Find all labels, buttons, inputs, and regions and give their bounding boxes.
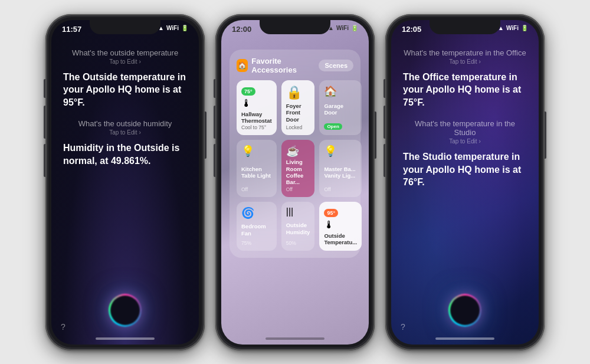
siri-content-1: What's the outside temperature Tap to Ed… [51, 48, 199, 178]
tile-status-master-bath: Off [324, 186, 357, 192]
home-indicator-3[interactable] [435, 337, 494, 340]
siri-tap-2[interactable]: Tap to Edit [63, 129, 187, 136]
light-icon-kitchen: 💡 [241, 145, 272, 158]
tile-name-master-bath: Master Ba... Vanity Lig... [324, 166, 357, 179]
siri-query-3a: What's the temperature in the Office [403, 48, 527, 57]
time-display: 11:57 [62, 25, 81, 34]
notch-2 [260, 20, 330, 34]
tile-name-outside-humidity: Outside Humidity [286, 222, 310, 235]
tile-bedroom-fan[interactable]: 🌀 Bedroom Fan 75% [237, 202, 277, 251]
siri-answer-2: Humidity in the Outside is normal, at 49… [63, 142, 187, 167]
open-badge: Open [324, 123, 342, 130]
siri-query-3b: What's the temperature in the Studio [403, 119, 527, 137]
tile-living-room[interactable]: ☕ Living Room Coffee Bar... Off [281, 140, 315, 197]
vanity-icon: 💡 [324, 145, 357, 158]
tile-outside-temp[interactable]: 95° 🌡 Outside Temperatu... [319, 202, 362, 251]
phone-2-homekit: 12:00 ▲WiFi🔋 🏠 Favorite Accessories Scen… [215, 14, 375, 350]
phone-3-screen: 12:05 ▲WiFi🔋 What's the temperature in t… [391, 20, 539, 345]
status-icons-2: ▲WiFi🔋 [328, 25, 358, 31]
tile-outside-humidity[interactable]: ||| Outside Humidity 50% [281, 202, 315, 251]
phone-1-screen: 11:57 ▲WiFi🔋 What's the outside temperat… [51, 20, 199, 345]
time-display-3: 12:05 [402, 25, 421, 34]
time-display-2: 12:00 [232, 25, 251, 34]
siri-tap-3b[interactable]: Tap to Edit [403, 138, 527, 145]
tile-kitchen-light[interactable]: 💡 Kitchen Table Light Off [237, 140, 277, 197]
notch-3 [430, 20, 500, 34]
phone-3-siri-office: 12:05 ▲WiFi🔋 What's the temperature in t… [385, 14, 545, 350]
fan-icon: 🌀 [241, 206, 272, 219]
tile-status-bedroom-fan: 75% [241, 240, 272, 246]
coffee-icon: ☕ [286, 145, 310, 158]
homekit-grid: 75° 🌡 Hallway Thermostat Cool to 75° 🔒 F… [237, 80, 353, 251]
homekit-header: 🏠 Favorite Accessories Scenes [237, 57, 353, 74]
homekit-icon: 🏠 [237, 59, 248, 72]
siri-tap-1[interactable]: Tap to Edit [63, 58, 187, 65]
tile-status-foyer: Locked [286, 124, 310, 130]
siri-tap-3a[interactable]: Tap to Edit [403, 58, 527, 65]
tile-name-living-room: Living Room Coffee Bar... [286, 159, 310, 186]
siri-orb[interactable] [109, 294, 142, 327]
tile-foyer-door[interactable]: 🔒 Foyer Front Door Locked [281, 80, 315, 136]
siri-answer-3b: The Studio temperature in your Apollo HQ… [403, 150, 527, 189]
siri-content-3: What's the temperature in the Office Tap… [391, 48, 539, 200]
home-indicator-2[interactable] [266, 337, 324, 340]
tile-status-hallway: Cool to 75° [241, 124, 272, 130]
siri-orb-3[interactable] [448, 294, 481, 327]
humidity-icon: ||| [286, 206, 310, 217]
siri-answer-1: The Outside temperature in your Apollo H… [63, 71, 187, 109]
garage-icon: 🏠 [324, 85, 357, 98]
homekit-title: Favorite Accessories [251, 57, 319, 74]
scenes-button[interactable]: Scenes [319, 60, 353, 71]
tile-status-living-room: Off [286, 186, 310, 192]
tile-name-garage: Garage Door [324, 103, 357, 116]
tile-name-bedroom-fan: Bedroom Fan [241, 223, 272, 237]
thermometer-icon: 🌡 [324, 219, 357, 231]
tile-name-hallway: Hallway Thermostat [241, 111, 272, 124]
siri-help-button-3[interactable]: ? [401, 322, 405, 332]
tile-master-bath[interactable]: 💡 Master Ba... Vanity Lig... Off [319, 140, 362, 197]
notch [90, 20, 160, 34]
siri-query-2: What's the outside humidity [63, 119, 187, 128]
siri-answer-3a: The Office temperature in your Apollo HQ… [403, 71, 527, 109]
tile-status-kitchen: Off [241, 186, 272, 192]
phone-2-screen: 12:00 ▲WiFi🔋 🏠 Favorite Accessories Scen… [221, 20, 369, 345]
siri-help-button[interactable]: ? [61, 322, 65, 332]
homekit-title-row: 🏠 Favorite Accessories [237, 57, 319, 74]
tile-garage-door[interactable]: 🏠 Garage Door Open [319, 80, 362, 136]
phone-1-siri-outside: 11:57 ▲WiFi🔋 What's the outside temperat… [45, 14, 205, 350]
home-indicator[interactable] [96, 337, 155, 340]
temp-badge-75: 75° [241, 87, 255, 96]
tile-name-outside-temp: Outside Temperatu... [324, 232, 357, 246]
tile-hallway-thermostat[interactable]: 75° 🌡 Hallway Thermostat Cool to 75° [237, 80, 277, 136]
status-icons: ▲WiFi🔋 [158, 25, 188, 31]
tile-name-kitchen: Kitchen Table Light [241, 166, 272, 179]
siri-query-1: What's the outside temperature [63, 48, 187, 57]
thermostat-icon: 🌡 [241, 97, 272, 110]
tile-name-foyer: Foyer Front Door [286, 103, 310, 123]
tile-status-outside-humidity: 50% [286, 240, 310, 246]
homekit-panel: 🏠 Favorite Accessories Scenes 75° 🌡 Hall… [230, 50, 360, 258]
lock-icon: 🔒 [286, 85, 310, 100]
status-icons-3: ▲WiFi🔋 [498, 25, 528, 31]
temp-badge-95: 95° [324, 209, 338, 217]
